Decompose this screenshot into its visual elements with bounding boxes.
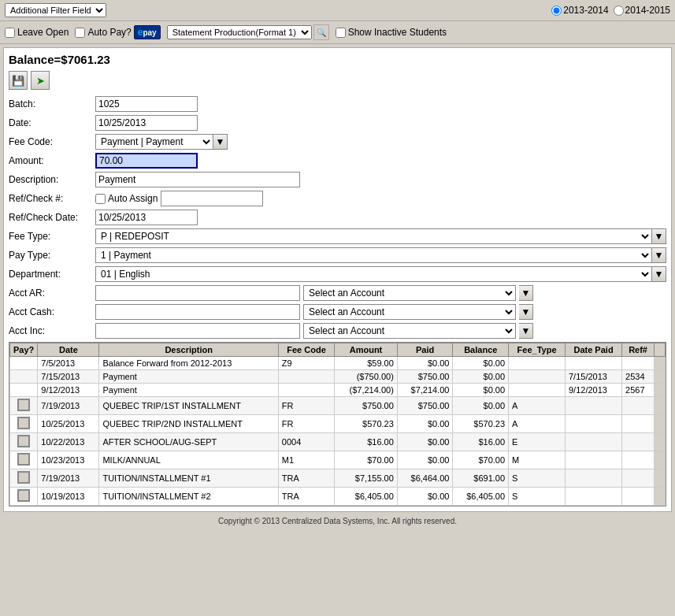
- auto-pay-label[interactable]: Auto Pay? epay: [75, 25, 160, 39]
- scrollbar-cell: [655, 488, 666, 506]
- stmt-select[interactable]: Statement Production(Format 1): [167, 25, 312, 39]
- acct-inc-arrow[interactable]: ▼: [519, 323, 533, 339]
- pay-type-select[interactable]: 1 | Payment: [95, 247, 652, 263]
- pay-type-wrap: 1 | Payment ▼: [95, 247, 666, 263]
- table-cell: $6,464.00: [397, 469, 453, 488]
- pay-checkbox[interactable]: [17, 471, 30, 484]
- table-cell: $7,155.00: [335, 469, 398, 488]
- table-cell: $0.00: [453, 370, 509, 384]
- table-cell: A: [509, 397, 566, 415]
- col-feetype: Fee_Type: [509, 343, 566, 357]
- table-cell: [622, 433, 655, 451]
- table-cell: [565, 397, 621, 415]
- fee-code-label: Fee Code:: [9, 136, 95, 147]
- acct-ar-wrap: Select an Account ▼: [95, 285, 666, 301]
- fee-code-arrow[interactable]: ▼: [213, 134, 228, 150]
- leave-open-checkbox[interactable]: [5, 28, 15, 38]
- table-cell: FR: [278, 397, 334, 415]
- footer: Copyright © 2013 Centralized Data System…: [0, 515, 675, 527]
- auto-assign-checkbox[interactable]: [95, 194, 106, 204]
- filter-field-wrap: Additional Filter Field: [5, 3, 106, 17]
- fee-type-select[interactable]: P | REDEPOSIT: [95, 228, 652, 244]
- date-wrap: [95, 115, 666, 131]
- table-cell: TUITION/INSTALLMENT #1: [99, 469, 278, 488]
- desc-label: Description:: [9, 174, 95, 185]
- col-amount: Amount: [335, 343, 398, 357]
- acct-inc-select[interactable]: Select an Account: [303, 323, 516, 339]
- dept-arrow[interactable]: ▼: [652, 266, 666, 282]
- year2-label[interactable]: 2014-2015: [614, 5, 670, 16]
- balance-title: Balance=$7061.23: [9, 53, 666, 66]
- fee-code-select[interactable]: Payment | Payment: [95, 134, 213, 150]
- table-cell: $6,405.00: [453, 488, 509, 506]
- table-cell: $750.00: [397, 370, 453, 384]
- pay-checkbox[interactable]: [17, 417, 30, 429]
- batch-label: Batch:: [9, 98, 95, 109]
- scrollbar-cell: [655, 415, 666, 433]
- table-cell: [278, 384, 334, 397]
- table-cell: [509, 384, 566, 397]
- table-cell: Payment: [99, 384, 278, 397]
- fee-type-wrap: P | REDEPOSIT ▼: [95, 228, 666, 244]
- scrollbar-cell: [655, 357, 666, 370]
- date-input[interactable]: [95, 115, 198, 131]
- pay-checkbox[interactable]: [17, 453, 30, 466]
- ref-date-input[interactable]: [95, 210, 198, 225]
- table-cell: $570.23: [453, 415, 509, 433]
- pay-cell: [10, 370, 38, 384]
- desc-wrap: [95, 172, 666, 187]
- dept-select[interactable]: 01 | English: [95, 266, 652, 282]
- acct-ar-select[interactable]: Select an Account: [303, 285, 516, 301]
- acct-cash-select[interactable]: Select an Account: [303, 304, 516, 320]
- scrollbar-cell: [655, 433, 666, 451]
- stmt-icon-btn[interactable]: 🔍: [313, 24, 329, 40]
- table-cell: [565, 451, 621, 469]
- main-panel: Balance=$7061.23 💾 ➤ Batch: Date: Fee Co…: [3, 47, 672, 512]
- year1-radio[interactable]: [551, 6, 562, 16]
- pay-checkbox[interactable]: [17, 435, 30, 447]
- acct-inc-wrap: Select an Account ▼: [95, 323, 666, 339]
- table-row: 7/19/2013QUEBEC TRIP/1ST INSTALLMENTFR$7…: [10, 397, 666, 415]
- table-cell: FR: [278, 415, 334, 433]
- year2-radio[interactable]: [614, 6, 624, 16]
- acct-ar-arrow[interactable]: ▼: [519, 285, 533, 301]
- fee-type-arrow[interactable]: ▼: [652, 228, 666, 244]
- scrollbar-cell: [655, 469, 666, 488]
- transactions-table: Pay? Date Description Fee Code Amount Pa…: [9, 343, 666, 506]
- auto-pay-checkbox[interactable]: [75, 28, 85, 38]
- filter-field-select[interactable]: Additional Filter Field: [5, 3, 106, 17]
- acct-ar-text[interactable]: [95, 285, 300, 301]
- pay-checkbox[interactable]: [17, 489, 30, 502]
- desc-input[interactable]: [95, 172, 300, 187]
- table-cell: QUEBEC TRIP/2ND INSTALLMENT: [99, 415, 278, 433]
- save-button[interactable]: 💾: [9, 71, 28, 90]
- pay-cell: [10, 397, 38, 415]
- table-cell: [622, 451, 655, 469]
- auto-assign-label[interactable]: Auto Assign: [95, 193, 158, 204]
- year1-label[interactable]: 2013-2014: [551, 5, 608, 16]
- leave-open-label[interactable]: Leave Open: [5, 27, 69, 38]
- show-inactive-checkbox[interactable]: [336, 28, 346, 38]
- pay-checkbox[interactable]: [17, 399, 30, 411]
- table-row: 10/22/2013AFTER SCHOOL/AUG-SEPT0004$16.0…: [10, 433, 666, 451]
- table-cell: [565, 469, 621, 488]
- acct-cash-text[interactable]: [95, 304, 300, 320]
- pay-type-arrow[interactable]: ▼: [652, 247, 666, 263]
- ref-input[interactable]: [161, 191, 263, 206]
- table-cell: [622, 488, 655, 506]
- show-inactive-label[interactable]: Show Inactive Students: [336, 27, 447, 38]
- col-date: Date: [38, 343, 99, 357]
- table-cell: [565, 488, 621, 506]
- batch-input[interactable]: [95, 96, 198, 112]
- amount-input[interactable]: [95, 153, 198, 169]
- acct-cash-arrow[interactable]: ▼: [519, 304, 533, 320]
- batch-wrap: [95, 96, 666, 112]
- table-cell: TRA: [278, 488, 334, 506]
- refresh-button[interactable]: ➤: [31, 71, 50, 90]
- fee-type-label: Fee Type:: [9, 231, 95, 242]
- table-cell: 7/15/2013: [38, 370, 99, 384]
- table-cell: 2567: [622, 384, 655, 397]
- table-cell: E: [509, 433, 566, 451]
- epay-button[interactable]: epay: [134, 25, 161, 39]
- acct-inc-text[interactable]: [95, 323, 300, 339]
